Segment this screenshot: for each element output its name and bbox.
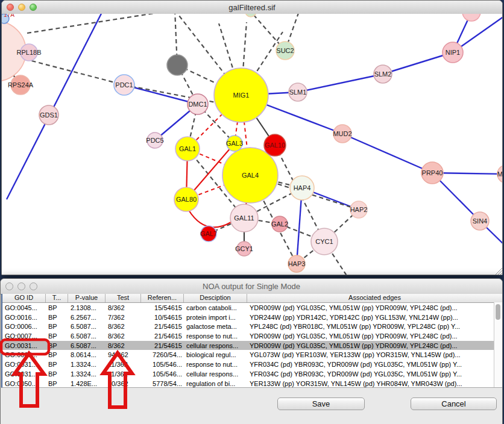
node-label-MIG1: MIG1: [233, 92, 250, 99]
node-label-PDC1: PDC1: [115, 81, 133, 89]
cell-test: 8/362: [106, 322, 141, 331]
node-label-GAL80: GAL80: [176, 196, 197, 203]
edge-blue[interactable]: [342, 134, 432, 173]
node-label-GAL2: GAL2: [271, 220, 288, 228]
cell-desciption: cellular respons...: [184, 369, 247, 379]
cell-associated-edges: YDR009W (pd) YGL035C, YML051W (pp) YDR00…: [247, 303, 502, 313]
minimize-button[interactable]: [18, 4, 25, 11]
cell-go-id: GO:0016...: [2, 313, 46, 322]
cell-t-: BP: [46, 379, 68, 388]
node-label-GAL10: GAL10: [265, 142, 285, 149]
node-gray-node[interactable]: [167, 55, 187, 75]
network-window-titlebar[interactable]: galFiltered.sif: [2, 1, 502, 14]
cell-referen-: 7260/54...: [141, 350, 184, 360]
node-label-CYC1: CYC1: [315, 238, 333, 245]
close-button[interactable]: [7, 4, 14, 11]
window-controls-inactive: [5, 282, 37, 290]
cell-referen-: 105/546...: [141, 369, 184, 379]
edge-red[interactable]: [189, 210, 231, 227]
cell-p-value: 6.5087...: [68, 331, 106, 341]
close-button[interactable]: [5, 282, 13, 290]
cell-go-id: GO:0031...: [2, 369, 46, 379]
cell-p-value: 6.5087...: [68, 341, 106, 351]
cell-t-: BP: [46, 313, 68, 322]
node-label-GAL1: GAL1: [179, 145, 196, 152]
node-label-SLM1: SLM1: [289, 89, 307, 96]
cell-associated-edges: YPL248C (pd) YBR018C, YML051W (pp) YDR00…: [247, 322, 502, 331]
node-label-PRP40: PRP40: [422, 169, 443, 176]
table-row[interactable]: GO:0065...BP8.0614...94/3627260/54...bio…: [2, 350, 502, 360]
node-label-GAL3: GAL3: [226, 140, 243, 147]
node-label-DMC1: DMC1: [188, 101, 207, 108]
node-pink-top-right[interactable]: [462, 14, 480, 21]
column-header-test[interactable]: Test: [106, 294, 141, 302]
cell-referen-: 21/54615: [141, 322, 184, 331]
edge-dash[interactable]: [25, 59, 124, 85]
vertical-scrollbar[interactable]: [494, 302, 502, 387]
resize-grip-icon[interactable]: [497, 270, 502, 275]
table-row-selected[interactable]: GO:0031...BP6.5087...8/36221/54615cellul…: [2, 341, 502, 351]
column-header-associated-edges[interactable]: Associated edges: [247, 294, 502, 302]
cell-associated-edges: YFR034C (pd) YBR093C, YDR009W (pd) YGL03…: [247, 360, 502, 369]
cell-referen-: 5778/54...: [141, 379, 184, 388]
table-row[interactable]: GO:0050...BP1.428E...80/3625778/54...reg…: [2, 379, 502, 388]
cell-p-value: 1.428E...: [68, 379, 106, 388]
scrollbar-thumb[interactable]: [496, 304, 500, 320]
cell-desciption: regulation of bi...: [184, 379, 247, 388]
node-label-NIP1: NIP1: [446, 49, 460, 56]
network-window: galFiltered.sif RPL18BRPS24AGDS1PDC1MIG1…: [1, 0, 503, 275]
node-label-RPS24A: RPS24A: [8, 81, 34, 89]
cell-desciption: cellular respons...: [184, 341, 247, 351]
cell-test: 7/362: [106, 313, 141, 322]
network-canvas[interactable]: RPL18BRPS24AGDS1PDC1MIG1DMC1SUC2NIP1SLM2…: [2, 14, 502, 275]
edge-blue[interactable]: [124, 85, 198, 104]
minimize-button[interactable]: [17, 282, 25, 290]
cell-test: 11/362: [106, 360, 141, 369]
zoom-button[interactable]: [30, 282, 37, 290]
cell-t-: BP: [46, 331, 68, 341]
table-body: GO:0045...BP2.1308...8/36215/54615carbon…: [2, 303, 502, 388]
column-header-go-id[interactable]: GO ID: [2, 294, 46, 302]
cell-t-: BP: [46, 303, 68, 313]
cell-associated-edges: YER133W (pp) YOR315W, YNL145W (pd) YHR08…: [247, 379, 502, 388]
table-row[interactable]: GO:0031...BP1.3324...11/362105/546...res…: [2, 360, 502, 369]
edge-blue[interactable]: [298, 74, 383, 92]
node-label-GAL7: GAL7: [200, 230, 217, 237]
node-label-MSN5: MSN5: [497, 170, 502, 178]
column-header-p-value[interactable]: P-value: [68, 294, 106, 302]
table-row[interactable]: GO:0007...BP6.5087...8/36221/54615respon…: [2, 331, 502, 341]
cell-test: 8/362: [106, 341, 141, 351]
cell-p-value: 1.3324...: [68, 369, 106, 379]
table-header-row: GO IDT...P-valueTestReferen...Desciption…: [2, 294, 502, 303]
zoom-button[interactable]: [30, 4, 37, 11]
cell-t-: BP: [46, 322, 68, 331]
partial-node-label: 17A: [4, 14, 14, 18]
node-label-RPL18B: RPL18B: [17, 49, 42, 56]
table-row[interactable]: GO:0006...BP6.5087...8/36221/54615galact…: [2, 322, 502, 331]
node-label-MUD2: MUD2: [333, 130, 351, 137]
noa-window-title: NOA output for Single Mode: [203, 282, 300, 291]
table-row[interactable]: GO:0016...BP6.2567...7/36210/54615protei…: [2, 313, 502, 322]
cell-p-value: 1.3324...: [68, 360, 106, 369]
column-header-referen-[interactable]: Referen...: [141, 294, 184, 302]
edge-blue[interactable]: [383, 52, 453, 74]
cell-go-id: GO:0007...: [2, 331, 46, 341]
noa-window-titlebar[interactable]: NOA output for Single Mode: [1, 279, 502, 295]
cell-associated-edges: YFR034C (pd) YBR093C, YDR009W (pd) YGL03…: [247, 369, 502, 379]
table-row[interactable]: GO:0045...BP2.1308...8/36215/54615carbon…: [2, 303, 502, 313]
cell-referen-: 10/54615: [141, 313, 184, 322]
resize-grip-icon[interactable]: [500, 273, 502, 275]
node-label-HAP2: HAP2: [350, 206, 368, 213]
cell-go-id: GO:0031...: [2, 341, 46, 351]
cell-associated-edges: YGL073W (pd) YER103W, YER133W (pp) YOR31…: [247, 350, 502, 360]
cell-t-: BP: [46, 341, 68, 351]
cancel-button[interactable]: Cancel: [411, 398, 497, 410]
cell-p-value: 8.0614...: [68, 350, 106, 360]
cell-associated-edges: YDR009W (pd) YGL035C, YML051W (pp) YDR00…: [247, 331, 502, 341]
table-row[interactable]: GO:0031...BP1.3324...11/362105/546...cel…: [2, 369, 502, 379]
cell-desciption: protein import i...: [184, 313, 247, 322]
column-header-desciption[interactable]: Desciption: [184, 294, 247, 302]
column-header-t-[interactable]: T...: [46, 294, 68, 302]
save-button[interactable]: Save: [277, 398, 365, 410]
cell-test: 8/362: [106, 331, 141, 341]
